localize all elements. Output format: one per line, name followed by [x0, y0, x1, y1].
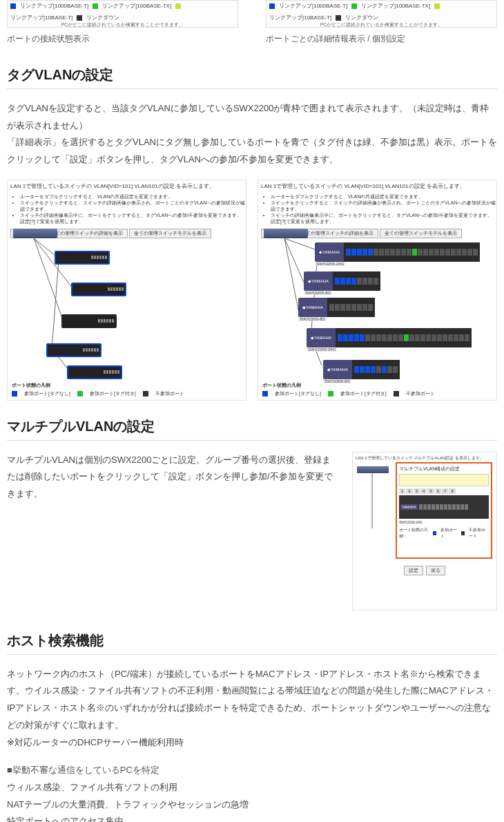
- switch-5: [67, 365, 122, 379]
- device-ports: [352, 360, 400, 379]
- device-row: ◆YAMAHA: [323, 360, 400, 379]
- svg-line-8: [311, 255, 318, 338]
- device-brand-label: ◆YAMAHA: [298, 298, 327, 317]
- device-row: ◆YAMAHA: [298, 298, 375, 317]
- host-search-list: ■挙動不審な通信をしているPCを特定 ウィルス感染、ファイル共有ソフトの利用 N…: [7, 762, 497, 822]
- device-ports: [344, 242, 480, 262]
- caption-right: リンクアップ[1000BASE-T]リンクアップ[100BASE-TX]リンクア…: [266, 0, 497, 45]
- host-list-item: ウィルス感染、ファイル共有ソフトの利用: [7, 779, 497, 796]
- shot-r-header: LAN 1で管理しているスイッチの VLAN[VID=101] VLAN101の…: [258, 180, 496, 192]
- device-model-label: SWX2200-24G: [315, 262, 345, 266]
- caption-text-left: ポートの接続状態表示: [7, 33, 238, 45]
- device-model-label: SWX2200-8G: [298, 317, 327, 321]
- multi-buttons: 設定 戻る: [353, 566, 496, 575]
- multi-vlan-row: マルチプルVLANは個別のSWX2200ごとに設定。グループ番号の選択後、登録ま…: [7, 452, 497, 611]
- device-ports: [336, 328, 472, 347]
- caption-left: リンクアップ[1000BASE-T]リンクアップ[100BASE-TX]リンクア…: [7, 0, 238, 45]
- device-row: ◆YAMAHA: [304, 271, 380, 291]
- device-brand-label: ◆YAMAHA: [307, 328, 336, 347]
- multi-vlan-body: マルチプルVLANは個別のSWX2200ごとに設定。グループ番号の選択後、登録ま…: [7, 452, 338, 503]
- shot-l-legend: ポート状態の凡例 参加ポート[タグなし]参加ポート[タグ付き]不参加ポート: [12, 382, 242, 397]
- device-model-label: SWX2200-8G: [304, 291, 332, 295]
- screenshot-tag-vlan-overview: LAN 1で管理しているスイッチの VLAN[VID=101] VLAN101の…: [7, 180, 246, 401]
- router-icon-r: [264, 229, 308, 238]
- multi-btn-set[interactable]: 設定: [404, 566, 423, 575]
- svg-line-7: [284, 238, 298, 310]
- device-model: SWX2200-24G: [399, 520, 489, 524]
- multi-foot-legend: ポート状態の凡例：参加ポート不参加ポート: [399, 527, 489, 539]
- top-caption-row: リンクアップ[1000BASE-T]リンクアップ[100BASE-TX]リンクア…: [7, 0, 497, 45]
- device-row: ◆YAMAHA: [315, 242, 480, 262]
- shot-l-diagram: [13, 229, 240, 376]
- switch-3: [61, 314, 117, 328]
- caption-text-right: ポートごとの詳細情報表示 / 個別設定: [266, 33, 497, 45]
- shot-l-header: LAN 1で管理しているスイッチの VLAN[VID=101] VLAN101の…: [8, 180, 246, 192]
- tag-vlan-body: タグVLANを設定すると、当該タグVLANに参加しているSWX2200が青枠で囲…: [7, 100, 497, 169]
- device-ports: [327, 298, 375, 317]
- host-list-item: 特定ポートへのアクセス集中: [7, 813, 497, 822]
- device-ports: [333, 271, 380, 291]
- multi-panel-yellow-bar: [399, 474, 489, 486]
- multi-panel-title: マルチプルVLAN構成の設定: [399, 466, 489, 472]
- svg-line-6: [284, 238, 304, 283]
- device-row: ◆YAMAHA: [307, 328, 472, 347]
- shot-r-legend-title: ポート状態の凡例: [262, 382, 492, 389]
- heading-multi-vlan: マルチプルVLANの設定: [7, 417, 497, 441]
- screenshot-tag-vlan-detail: LAN 1で管理しているスイッチの VLAN[VID=101] VLAN101の…: [258, 180, 497, 401]
- device-brand-label: ◆YAMAHA: [304, 271, 333, 291]
- device-model-label: SWX2200-24G: [307, 347, 337, 352]
- shot-l-bullets: ルーターをダブルクリックすると、VLANの共通設定を変更できます。スイッチをクリ…: [20, 193, 246, 224]
- multi-shot-header: LAN 1で管理しているスイッチ マルチプルVLAN設定 を表示します。: [356, 455, 494, 461]
- multi-panel: マルチプルVLAN構成の設定 12345678 YAMAHA SWX2200-2…: [396, 462, 492, 559]
- multi-line: [357, 466, 398, 535]
- switch-2: [71, 283, 126, 296]
- multi-btn-back[interactable]: 戻る: [426, 566, 445, 575]
- switch-1: [55, 251, 110, 265]
- multi-panel-tabs: 12345678: [399, 488, 489, 494]
- shot-r-legend: ポート状態の凡例 参加ポート[タグなし]参加ポート[タグ付き]不参加ポート: [262, 382, 492, 397]
- legend-note-left: PCがどこに接続されているか検索することができます。: [10, 21, 235, 28]
- legend-box-left: リンクアップ[1000BASE-T]リンクアップ[100BASE-TX]リンクア…: [7, 0, 238, 28]
- host-list-item: NATテーブルの大量消費、トラフィックやセッションの急増: [7, 796, 497, 814]
- screenshot-multi-vlan: LAN 1で管理しているスイッチ マルチプルVLAN設定 を表示します。 マルチ…: [352, 452, 497, 611]
- heading-host-search: ホスト検索機能: [7, 631, 497, 655]
- multi-vlan-text: マルチプルVLANは個別のSWX2200ごとに設定。グループ番号の選択後、登録ま…: [7, 452, 338, 611]
- device-brand: YAMAHA: [400, 504, 418, 510]
- device-brand-label: ◆YAMAHA: [323, 360, 352, 379]
- host-search-body: ネットワーク内のホスト（PC/端末）が接続しているポートをMACアドレス・IPア…: [7, 666, 497, 751]
- device-brand-label: ◆YAMAHA: [315, 242, 344, 262]
- heading-tag-vlan: タグVLANの設定: [7, 66, 497, 89]
- shot-l-legend-title: ポート状態の凡例: [12, 382, 242, 389]
- legend-note-right: PCがどこに接続されているか検索することができます。: [269, 21, 494, 28]
- host-list-header: ■挙動不審な通信をしているPCを特定: [7, 762, 497, 779]
- legend-box-right: リンクアップ[1000BASE-T]リンクアップ[100BASE-TX]リンクア…: [266, 0, 497, 28]
- router-icon: [13, 229, 57, 238]
- shot-r-bullets: ルーターをダブルクリックすると、VLANの共通設定を変更できます。スイッチをクリ…: [271, 193, 496, 224]
- switch-4: [46, 343, 101, 357]
- shot-r-diagram: ◆YAMAHASWX2200-24G◆YAMAHASWX2200-8G◆YAMA…: [264, 229, 491, 376]
- svg-line-5: [284, 238, 315, 249]
- multi-panel-device: YAMAHA: [399, 495, 489, 519]
- tag-vlan-screenshots: LAN 1で管理しているスイッチの VLAN[VID=101] VLAN101の…: [7, 180, 497, 401]
